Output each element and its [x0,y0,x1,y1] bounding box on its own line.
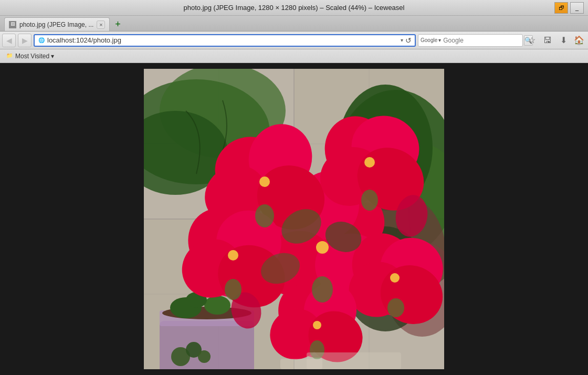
svg-point-13 [204,296,230,315]
photo-image [144,69,444,369]
svg-point-64 [225,279,242,300]
svg-point-17 [198,350,211,363]
most-visited-bookmark[interactable]: 📁 Most Visited ▾ [4,51,56,61]
svg-point-70 [228,250,238,261]
search-engine-label: Google [421,37,437,43]
bookmark-dropdown-icon: ▾ [51,53,54,60]
copy-icon: 🗗 [559,5,564,11]
svg-point-72 [313,321,321,329]
photo-container [144,69,444,369]
svg-point-68 [259,176,270,187]
bookmark-label: Most Visited [15,53,49,60]
bookmark-favicon: 📁 [6,53,14,60]
svg-point-61 [312,276,333,303]
back-button[interactable]: ◀ [2,34,16,47]
forward-button[interactable]: ▶ [18,34,32,47]
search-input[interactable] [443,37,522,44]
svg-point-62 [255,204,274,227]
home-button[interactable]: 🏠 [572,34,586,47]
tab-title: photo.jpg (JPEG Image, ... [19,21,93,28]
download-button[interactable]: ⬇ [556,34,570,47]
url-favicon: 🌐 [38,37,45,44]
window-controls: 🗗 _ [554,2,584,14]
svg-point-67 [316,241,329,254]
nav-bar: ◀ ▶ 🌐 ▾ ↺ Google ▾ 🔍 ☆ 🖫 ⬇ 🏠 [0,32,588,49]
window-title: photo.jpg (JPEG Image, 1280 × 1280 pixel… [184,4,405,12]
url-dropdown-button[interactable]: ▾ [401,37,403,43]
minimize-button[interactable]: _ [570,2,584,14]
search-engine-dropdown-icon: ▾ [438,37,441,43]
bookmark-star-button[interactable]: ☆ [525,34,539,47]
save-button[interactable]: 🖫 [541,34,554,47]
svg-point-69 [364,157,375,168]
new-tab-button[interactable]: + [112,18,123,30]
tab-favicon: 🖼 [9,21,16,28]
active-tab[interactable]: 🖼 photo.jpg (JPEG Image, ... × [4,17,110,31]
svg-point-71 [390,273,400,283]
forward-icon: ▶ [22,36,28,45]
main-content [0,63,588,375]
bookmarks-bar: 📁 Most Visited ▾ [0,49,588,63]
tab-bar: 🖼 photo.jpg (JPEG Image, ... × + [0,16,588,32]
search-engine-button[interactable]: Google ▾ [421,37,441,43]
title-bar: photo.jpg (JPEG Image, 1280 × 1280 pixel… [0,0,588,16]
reload-button[interactable]: ↺ [405,36,412,45]
back-icon: ◀ [6,36,12,45]
minimize-icon: _ [575,5,579,11]
url-bar[interactable]: 🌐 ▾ ↺ [34,34,416,47]
svg-point-65 [387,298,404,317]
search-bar[interactable]: Google ▾ 🔍 [418,34,523,47]
tab-close-button[interactable]: × [97,20,105,29]
copy-window-button[interactable]: 🗗 [554,2,568,14]
svg-point-63 [361,190,378,211]
url-input[interactable] [47,36,398,44]
svg-rect-77 [280,359,322,369]
